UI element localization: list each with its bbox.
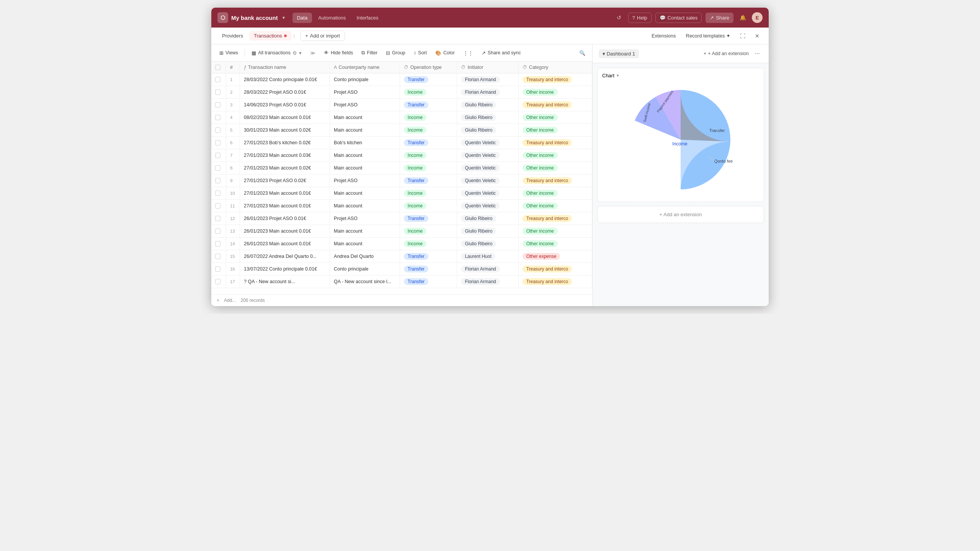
table-row[interactable]: 7 27/01/2023 Main account 0.03€ Main acc…: [211, 149, 592, 162]
table-row[interactable]: 5 30/01/2023 Main account 0.02€ Main acc…: [211, 124, 592, 137]
row-checkbox[interactable]: [211, 124, 226, 137]
contact-sales-button[interactable]: 💬 Contact sales: [655, 13, 702, 23]
category: Treasury and interco: [518, 263, 592, 276]
app-logo[interactable]: ⬡ My bank account ▾: [217, 12, 285, 23]
category-header[interactable]: ⏱Category: [518, 62, 592, 73]
avatar[interactable]: E: [752, 12, 763, 23]
row-checkbox[interactable]: [211, 137, 226, 149]
add-row-button[interactable]: +: [217, 298, 219, 303]
table-row[interactable]: 2 28/03/2022 Projet ASO 0.01€ Projet ASO…: [211, 86, 592, 99]
row-checkbox[interactable]: [211, 162, 226, 174]
initiator: Quentin Veletic: [457, 149, 518, 162]
extensions-label[interactable]: Extensions: [648, 31, 679, 41]
expand-icon[interactable]: ⛶: [737, 31, 748, 41]
share-sync-button[interactable]: ↗ Share and sync: [478, 48, 524, 58]
all-transactions-view[interactable]: ▦ All transactions ⚙ ▾: [248, 48, 305, 58]
table-row[interactable]: 9 27/01/2023 Projet ASO 0.02€ Projet ASO…: [211, 174, 592, 187]
counterparty-name: Projet ASO: [330, 99, 400, 111]
row-checkbox[interactable]: [211, 225, 226, 238]
table-row[interactable]: 12 26/01/2023 Projet ASO 0.01€ Projet AS…: [211, 212, 592, 225]
row-checkbox[interactable]: [211, 263, 226, 276]
hide-fields-button[interactable]: 👁 Hide fields: [320, 48, 356, 57]
table-row[interactable]: 4 08/02/2023 Main account 0.01€ Main acc…: [211, 111, 592, 124]
row-checkbox[interactable]: [211, 149, 226, 162]
row-checkbox[interactable]: [211, 99, 226, 111]
table-row[interactable]: 13 26/01/2023 Main account 0.01€ Main ac…: [211, 225, 592, 238]
contact-sales-label: Contact sales: [668, 15, 698, 21]
row-checkbox[interactable]: [211, 111, 226, 124]
sort-button[interactable]: ↕ Sort: [410, 48, 430, 57]
column-settings-button[interactable]: ⋮⋮: [460, 48, 477, 58]
operation-type-header[interactable]: ⏱Operation type: [400, 62, 457, 73]
table-row[interactable]: 14 26/01/2023 Main account 0.01€ Main ac…: [211, 238, 592, 250]
help-button[interactable]: ? Help: [628, 13, 652, 23]
plus-icon: +: [217, 298, 219, 303]
tab-transactions[interactable]: Transactions: [249, 31, 291, 41]
table-row[interactable]: 10 27/01/2023 Main account 0.01€ Main ac…: [211, 187, 592, 200]
row-checkbox[interactable]: [211, 238, 226, 250]
add-import-label: Add or import: [310, 33, 340, 39]
counterparty-name: Main account: [330, 238, 400, 250]
row-checkbox[interactable]: [211, 174, 226, 187]
counterparty-header[interactable]: ACounterparty name: [330, 62, 400, 73]
row-number: 6: [226, 137, 240, 149]
add-more-button[interactable]: Add...: [224, 298, 236, 303]
initiator: Giulio Ribeiro: [457, 238, 518, 250]
share-sync-icon: ↗: [482, 50, 486, 56]
chart-card: Chart ▾: [597, 68, 764, 202]
search-button[interactable]: 🔍: [577, 47, 588, 58]
initiator: Quentin Veletic: [457, 174, 518, 187]
more-options-icon[interactable]: ⋯: [752, 48, 763, 59]
row-checkbox[interactable]: [211, 200, 226, 212]
table-row[interactable]: 17 ? QA - New account si... QA - New acc…: [211, 276, 592, 288]
row-checkbox[interactable]: [211, 73, 226, 86]
add-or-import-button[interactable]: + Add or import: [300, 31, 345, 41]
history-icon[interactable]: ↺: [614, 12, 624, 23]
filter-button[interactable]: ⧉ Filter: [358, 48, 381, 58]
color-button[interactable]: 🎨 Color: [432, 48, 458, 58]
transaction-name: 30/01/2023 Main account 0.02€: [240, 124, 330, 137]
operation-type: Income: [400, 200, 457, 212]
row-checkbox[interactable]: [211, 86, 226, 99]
group-button[interactable]: ⊟ Group: [382, 48, 409, 58]
view-settings-icon: ⚙: [292, 50, 297, 56]
table-row[interactable]: 15 26/07/2022 Andrea Del Quarto 0... And…: [211, 250, 592, 263]
chart-chevron-icon: ▾: [617, 73, 619, 78]
table-row[interactable]: 11 27/01/2023 Main account 0.01€ Main ac…: [211, 200, 592, 212]
initiator: Florian Armand: [457, 263, 518, 276]
views-button[interactable]: ⊞ Views: [216, 48, 242, 58]
add-extension-placeholder[interactable]: + Add an extension: [597, 206, 764, 223]
table-row[interactable]: 6 27/01/2023 Bob's kitchen 0.02€ Bob's k…: [211, 137, 592, 149]
row-checkbox[interactable]: [211, 250, 226, 263]
toggle-panel-button[interactable]: ≫: [307, 48, 319, 58]
row-checkbox[interactable]: [211, 187, 226, 200]
table-row[interactable]: 8 27/01/2023 Main account 0.02€ Main acc…: [211, 162, 592, 174]
table-row[interactable]: 3 14/06/2023 Projet ASO 0.01€ Projet ASO…: [211, 99, 592, 111]
counterparty-name: Main account: [330, 111, 400, 124]
table-row[interactable]: 1 28/03/2022 Conto principale 0.01€ Cont…: [211, 73, 592, 86]
row-checkbox[interactable]: [211, 212, 226, 225]
dashboard-tab[interactable]: ▾ Dashboard 1: [599, 49, 639, 58]
nav-tab-automations[interactable]: Automations: [314, 13, 350, 23]
category: Other income: [518, 162, 592, 174]
row-checkbox[interactable]: [211, 276, 226, 288]
nav-tab-data[interactable]: Data: [292, 13, 312, 23]
operation-type: Income: [400, 149, 457, 162]
initiator: Florian Armand: [457, 73, 518, 86]
qonto-fee-label: Qonto fee: [714, 159, 733, 163]
share-button[interactable]: ↗ Share: [706, 13, 733, 23]
table-row[interactable]: 16 13/07/2022 Conto principale 0.01€ Con…: [211, 263, 592, 276]
counterparty-name: Projet ASO: [330, 174, 400, 187]
select-all-header[interactable]: [211, 62, 226, 73]
view-name-label: All transactions: [258, 50, 291, 55]
initiator-header[interactable]: ⏱Initiator: [457, 62, 518, 73]
tab-providers[interactable]: Providers: [217, 31, 248, 41]
record-templates-button[interactable]: Record templates ✦: [683, 31, 734, 41]
notifications-icon[interactable]: 🔔: [737, 12, 748, 23]
add-extension-button[interactable]: + + Add an extension: [704, 48, 749, 59]
transaction-name-header[interactable]: ƒTransaction name: [240, 62, 330, 73]
nav-tab-interfaces[interactable]: Interfaces: [352, 13, 383, 23]
chart-header: Chart ▾: [602, 73, 759, 78]
close-icon[interactable]: ✕: [752, 31, 763, 41]
operation-type: Transfer: [400, 263, 457, 276]
